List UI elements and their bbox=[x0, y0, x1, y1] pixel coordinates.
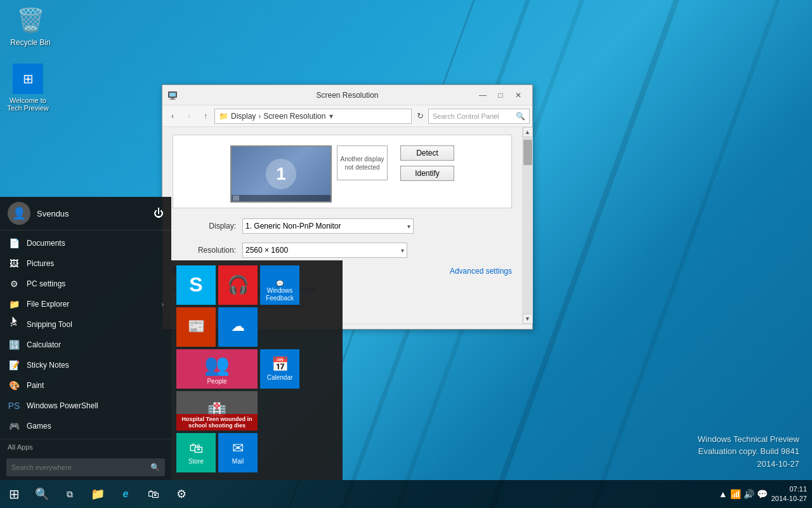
monitor-number: 1 bbox=[266, 159, 296, 189]
all-apps-link[interactable]: All Apps bbox=[0, 439, 171, 455]
news-image-caption: Hospital Teen wounded inschool shooting … bbox=[176, 414, 258, 431]
scrollbar-down-button[interactable]: ▼ bbox=[523, 314, 533, 324]
paint-icon: 🎨 bbox=[8, 379, 20, 392]
svg-rect-2 bbox=[171, 98, 174, 99]
taskbar-explorer-button[interactable]: 📁 bbox=[84, 480, 112, 508]
tiles-row-1: S 🎧 💬 Windows Feedback bbox=[176, 265, 337, 305]
taskbar-store-button[interactable]: 🛍 bbox=[140, 480, 167, 508]
pc-settings-icon: ⚙ bbox=[8, 277, 20, 290]
file-explorer-label: File Explorer bbox=[27, 300, 69, 309]
network-icon[interactable]: 📶 bbox=[730, 489, 741, 499]
notification-icon[interactable]: 💬 bbox=[757, 489, 768, 499]
tile-news[interactable]: 📰 bbox=[176, 307, 216, 347]
taskbar-search-button[interactable]: 🔍 bbox=[28, 480, 56, 508]
resolution-select[interactable]: 2560 × 1600 ▾ bbox=[242, 243, 407, 258]
address-bar: ‹ › ↑ 📁 Display › Screen Resolution ▾ ↻ … bbox=[162, 105, 532, 127]
documents-label: Documents bbox=[27, 239, 65, 248]
sidebar-item-pictures[interactable]: 🖼 Pictures bbox=[0, 253, 171, 274]
close-button[interactable]: ✕ bbox=[509, 86, 527, 104]
forward-button: › bbox=[181, 109, 197, 124]
sidebar-item-file-explorer[interactable]: 📁 File Explorer › bbox=[0, 294, 171, 314]
address-path[interactable]: 📁 Display › Screen Resolution ▾ bbox=[214, 109, 412, 124]
sidebar-item-games[interactable]: 🎮 Games bbox=[0, 416, 171, 436]
windows-watermark: Windows Technical Preview Evaluation cop… bbox=[698, 433, 799, 471]
pictures-icon: 🖼 bbox=[8, 257, 20, 270]
recycle-bin-icon: 🗑️ bbox=[15, 5, 46, 36]
start-button[interactable]: ⊞ bbox=[0, 480, 28, 508]
start-tiles-panel: S 🎧 💬 Windows Feedback 📰 ☁ 👥 People 📅 Ca… bbox=[171, 260, 343, 480]
back-button[interactable]: ‹ bbox=[165, 109, 180, 124]
sidebar-item-documents[interactable]: 📄 Documents bbox=[0, 233, 171, 253]
scrollbar-up-button[interactable]: ▲ bbox=[523, 127, 533, 137]
identify-button[interactable]: Identify bbox=[400, 166, 454, 181]
tile-people[interactable]: 👥 People bbox=[176, 349, 258, 389]
tile-store[interactable]: 🛍 Store bbox=[176, 433, 216, 472]
display-select[interactable]: 1. Generic Non-PnP Monitor ▾ bbox=[242, 218, 414, 234]
pictures-label: Pictures bbox=[27, 259, 54, 268]
search-box[interactable]: Search Control Panel 🔍 bbox=[428, 109, 530, 124]
file-explorer-arrow: › bbox=[162, 301, 164, 308]
refresh-button[interactable]: ↻ bbox=[413, 109, 427, 123]
scrollbar: ▲ ▼ bbox=[522, 127, 532, 324]
games-label: Games bbox=[27, 422, 51, 431]
resolution-label: Resolution: bbox=[173, 246, 242, 255]
user-avatar[interactable]: 👤 bbox=[8, 202, 30, 225]
taskbar-settings-button[interactable]: ⚙ bbox=[167, 480, 195, 508]
power-button[interactable]: ⏻ bbox=[154, 208, 164, 219]
start-menu-header: 👤 Svendus ⏻ bbox=[0, 197, 171, 231]
minimize-button[interactable]: — bbox=[474, 86, 492, 104]
sidebar-item-pc-settings[interactable]: ⚙ PC settings bbox=[0, 274, 171, 294]
desktop-icon-recycle-bin[interactable]: 🗑️ Recycle Bin bbox=[5, 5, 56, 47]
detect-button[interactable]: Detect bbox=[400, 145, 454, 161]
sidebar-item-sticky-notes[interactable]: 📝 Sticky Notes bbox=[0, 355, 171, 375]
powershell-label: Windows PowerShell bbox=[27, 401, 98, 410]
recycle-bin-label: Recycle Bin bbox=[10, 38, 50, 47]
desktop-icon-welcome[interactable]: ⊞ Welcome toTech Preview bbox=[3, 64, 53, 112]
tiles-row-2: 📰 ☁ bbox=[176, 307, 337, 347]
start-menu: 👤 Svendus ⏻ 📄 Documents 🖼 Pictures ⚙ PC … bbox=[0, 197, 171, 480]
maximize-button[interactable]: □ bbox=[492, 86, 509, 104]
sidebar-item-calculator[interactable]: 🔢 Calculator bbox=[0, 335, 171, 355]
taskbar-search-icon: 🔍 bbox=[35, 487, 49, 501]
tile-calendar[interactable]: 📅 Calendar bbox=[260, 349, 299, 389]
clock-date: 2014-10-27 bbox=[771, 494, 807, 504]
up-button[interactable]: ↑ bbox=[198, 109, 213, 124]
welcome-icon-img: ⊞ bbox=[13, 64, 43, 94]
scrollbar-track[interactable] bbox=[523, 137, 533, 314]
feedback-tile-icon: 💬 bbox=[276, 280, 284, 287]
sidebar-item-snipping-tool[interactable]: ✂ Snipping Tool bbox=[0, 314, 171, 335]
tile-groove[interactable]: 🎧 bbox=[218, 265, 258, 305]
search-icon[interactable]: 🔍 bbox=[516, 112, 525, 121]
monitor-preview-area: 1 Another display not detected Detect bbox=[173, 135, 512, 208]
tile-news-image[interactable]: Hospital Teen wounded inschool shooting … bbox=[176, 391, 258, 431]
start-search-box[interactable]: 🔍 bbox=[6, 458, 165, 476]
watermark-date: 2014-10-27 bbox=[698, 458, 799, 471]
settings-icon: ⚙ bbox=[176, 487, 187, 501]
clock[interactable]: 07:11 2014-10-27 bbox=[771, 485, 807, 504]
tile-mail[interactable]: ✉ Mail bbox=[218, 433, 258, 472]
sidebar-item-powershell[interactable]: PS Windows PowerShell bbox=[0, 396, 171, 416]
groove-tile-icon: 🎧 bbox=[227, 274, 249, 295]
scrollbar-thumb[interactable] bbox=[523, 140, 532, 165]
taskbar-ie-button[interactable]: e bbox=[112, 480, 140, 508]
monitor-taskbar-preview bbox=[232, 195, 331, 201]
resolution-value: 2560 × 1600 bbox=[246, 246, 288, 255]
resolution-dropdown-arrow: ▾ bbox=[401, 247, 404, 254]
path-dropdown-arrow[interactable]: ▾ bbox=[329, 112, 333, 121]
tile-windows-feedback[interactable]: 💬 Windows Feedback bbox=[260, 265, 299, 305]
tile-skype[interactable]: S bbox=[176, 265, 216, 305]
taskbar-taskview-button[interactable]: ⧉ bbox=[56, 480, 84, 508]
monitor-1-preview[interactable]: 1 bbox=[230, 145, 332, 203]
start-search-icon[interactable]: 🔍 bbox=[150, 463, 160, 472]
volume-icon[interactable]: 🔊 bbox=[743, 489, 754, 499]
display-value: 1. Generic Non-PnP Monitor bbox=[246, 222, 341, 231]
mail-tile-icon: ✉ bbox=[232, 440, 244, 457]
feedback-tile-label: Windows Feedback bbox=[260, 287, 299, 302]
tray-chevron[interactable]: ▲ bbox=[719, 489, 728, 499]
start-search-input[interactable] bbox=[11, 464, 150, 471]
games-icon: 🎮 bbox=[8, 420, 20, 432]
advanced-settings-link[interactable]: Advanced settings bbox=[450, 267, 512, 276]
tile-onedrive[interactable]: ☁ bbox=[218, 307, 258, 347]
people-tile-icon: 👥 bbox=[204, 352, 230, 377]
sidebar-item-paint[interactable]: 🎨 Paint bbox=[0, 375, 171, 396]
